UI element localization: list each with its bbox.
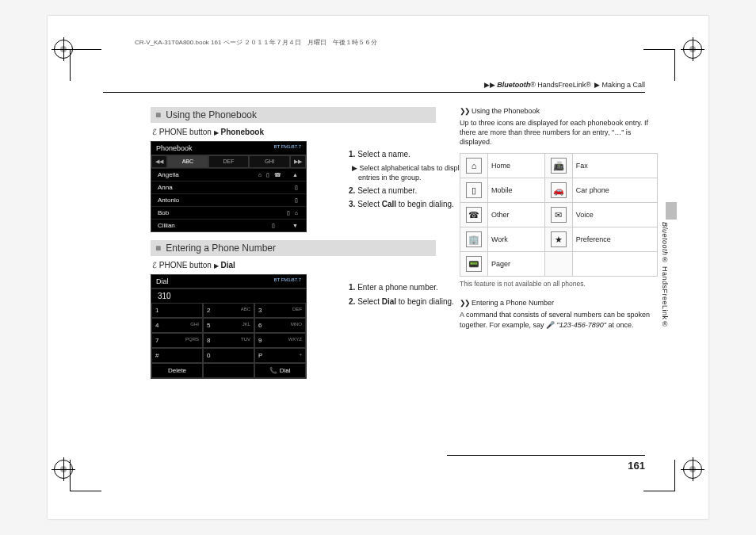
dial-gui-mock: DialBT FM1/87.7 310 12ABC3DEF4GHI5JKL6MN… [151, 274, 307, 379]
manual-page: CR-V_KA-31T0A800.book 161 ページ ２０１１年７月４日 … [48, 16, 708, 519]
side-heading-phonebook: ❯❯Using the Phonebook [460, 107, 658, 115]
registration-mark-icon [683, 460, 702, 479]
nav-path: ℰ PHONE button ▶ Phonebook [152, 128, 436, 136]
crop-mark-icon [70, 460, 101, 491]
footnote: This feature is not available on all pho… [460, 280, 658, 288]
phonebook-gui-mock: PhonebookBT FM1/87.7 ◀◀ ABC DEF GHI ▶▶ A… [151, 141, 307, 232]
crop-mark-icon [643, 49, 675, 81]
rule-line [103, 92, 645, 93]
crop-mark-icon [643, 460, 675, 491]
page-number: 161 [628, 460, 645, 472]
steps-phonebook: 1. Select a name. ▶ Select alphabetical … [317, 149, 479, 213]
breadcrumb: ▶▶Bluetooth® HandsFreeLink® ▶Making a Ca… [483, 81, 645, 89]
side-heading-dial: ❯❯Entering a Phone Number [460, 299, 658, 307]
icon-legend-table: ⌂Home📠Fax▯Mobile🚗Car phone☎Other✉Voice🏢W… [460, 153, 658, 277]
section-heading-dial: ■Entering a Phone Number [151, 240, 436, 256]
section-heading-phonebook: ■Using the Phonebook [151, 107, 436, 123]
thumb-tab [666, 202, 677, 220]
rule-line [447, 455, 645, 456]
spine-label: Bluetooth® HandsFreeLink® [661, 222, 669, 328]
source-file-line: CR-V_KA-31T0A800.book 161 ページ ２０１１年７月４日 … [135, 38, 377, 47]
crop-mark-icon [70, 49, 101, 81]
nav-path: ℰ PHONE button ▶ Dial [152, 261, 436, 269]
side-text: A command that consists of several numbe… [460, 310, 658, 329]
registration-mark-icon [683, 40, 702, 59]
side-text: Up to three icons are displayed for each… [460, 118, 658, 147]
steps-dial: 1. Enter a phone number. 2. Select Dial … [317, 282, 479, 310]
